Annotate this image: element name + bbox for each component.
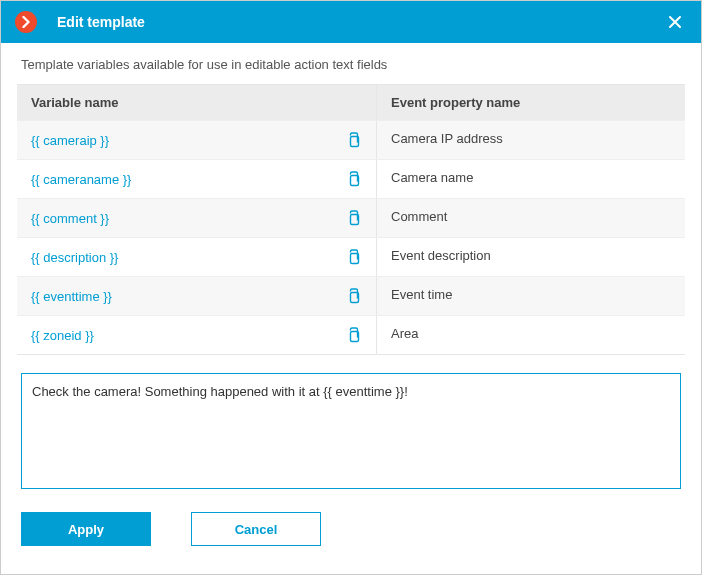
variable-code: {{ eventtime }} [31, 289, 112, 304]
variable-cell: {{ cameraname }} [17, 160, 377, 198]
header-variable-name: Variable name [17, 85, 377, 120]
property-cell: Event description [377, 238, 685, 276]
button-row: Apply Cancel [17, 492, 685, 552]
property-cell: Event time [377, 277, 685, 315]
template-editor-wrap: Check the camera! Something happened wit… [17, 373, 685, 492]
table-row: {{ zoneid }}Area [17, 315, 685, 354]
edit-template-dialog: Edit template Template variables availab… [0, 0, 702, 575]
copy-icon[interactable] [344, 170, 362, 188]
dialog-content: Template variables available for use in … [1, 43, 701, 574]
titlebar: Edit template [1, 1, 701, 43]
apply-button[interactable]: Apply [21, 512, 151, 546]
copy-icon[interactable] [344, 209, 362, 227]
variables-table: Variable name Event property name {{ cam… [17, 84, 685, 355]
property-cell: Camera name [377, 160, 685, 198]
table-row: {{ cameraip }}Camera IP address [17, 120, 685, 159]
copy-icon[interactable] [344, 248, 362, 266]
variable-code: {{ comment }} [31, 211, 109, 226]
variable-cell: {{ eventtime }} [17, 277, 377, 315]
cancel-button[interactable]: Cancel [191, 512, 321, 546]
variable-code: {{ description }} [31, 250, 118, 265]
property-cell: Comment [377, 199, 685, 237]
variable-code: {{ zoneid }} [31, 328, 94, 343]
table-header: Variable name Event property name [17, 85, 685, 120]
variable-code: {{ cameraname }} [31, 172, 131, 187]
template-editor[interactable]: Check the camera! Something happened wit… [21, 373, 681, 489]
copy-icon[interactable] [344, 287, 362, 305]
table-row: {{ comment }}Comment [17, 198, 685, 237]
variable-code: {{ cameraip }} [31, 133, 109, 148]
table-row: {{ eventtime }}Event time [17, 276, 685, 315]
header-property-name: Event property name [377, 85, 685, 120]
copy-icon[interactable] [344, 131, 362, 149]
property-cell: Camera IP address [377, 121, 685, 159]
close-button[interactable] [663, 10, 687, 34]
description-text: Template variables available for use in … [17, 57, 685, 72]
variable-cell: {{ comment }} [17, 199, 377, 237]
property-cell: Area [377, 316, 685, 354]
dialog-title: Edit template [57, 14, 663, 30]
copy-icon[interactable] [344, 326, 362, 344]
table-row: {{ description }}Event description [17, 237, 685, 276]
variable-cell: {{ description }} [17, 238, 377, 276]
variable-cell: {{ cameraip }} [17, 121, 377, 159]
variable-cell: {{ zoneid }} [17, 316, 377, 354]
table-row: {{ cameraname }}Camera name [17, 159, 685, 198]
chevron-right-icon [15, 11, 37, 33]
